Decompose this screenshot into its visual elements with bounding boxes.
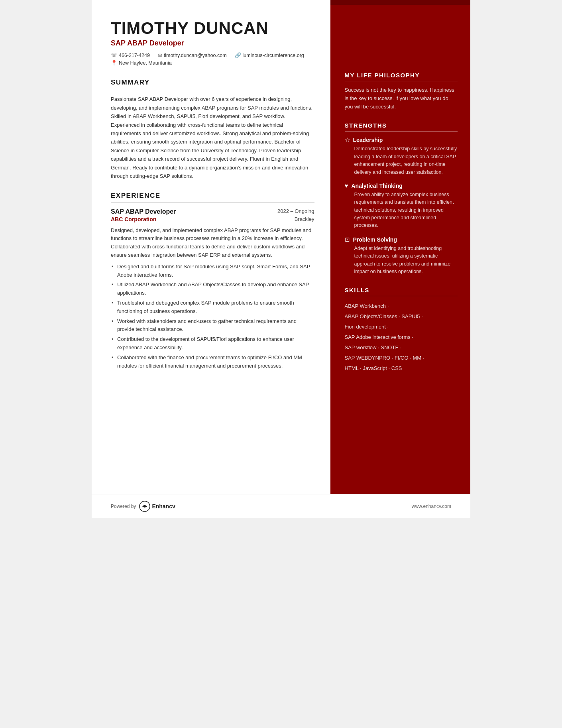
leadership-name: Leadership <box>353 137 383 143</box>
website-item: 🔗 luminous-circumference.org <box>235 52 304 58</box>
footer: Powered by Enhancv www.enhancv.com <box>92 494 470 518</box>
skill-line-2: ABAP Objects/Classes · SAPUI5 · <box>345 311 458 322</box>
email-item: ✉ timothy.duncan@yahoo.com <box>158 52 227 58</box>
enhancv-icon <box>139 501 150 512</box>
summary-text: Passionate SAP ABAP Developer with over … <box>111 95 314 180</box>
contact-info: ☏ 466-217-4249 ✉ timothy.duncan@yahoo.co… <box>111 52 314 66</box>
strengths-section: STRENGTHS ☆ Leadership Demonstrated lead… <box>345 122 458 275</box>
link-icon: 🔗 <box>235 52 241 58</box>
analytical-icon: ♥ <box>345 183 348 189</box>
skill-line-3: Fiori development · <box>345 322 458 332</box>
powered-by-text: Powered by <box>111 504 136 509</box>
philosophy-title: MY LIFE PHILOSOPHY <box>345 72 458 79</box>
email-icon: ✉ <box>158 52 162 58</box>
exp-header: SAP ABAP Developer 2022 – Ongoing <box>111 208 314 215</box>
bullet-5: Contributed to the development of SAPUI5… <box>111 335 314 352</box>
problem-icon: ⊡ <box>345 236 350 243</box>
bullet-3: Troubleshot and debugged complex SAP mod… <box>111 299 314 316</box>
location-text: New Haylee, Mauritania <box>119 60 172 66</box>
location-item: 📍 New Haylee, Mauritania <box>111 60 172 66</box>
exp-location: Brackley <box>295 216 314 222</box>
skills-title: SKILLS <box>345 287 458 293</box>
experience-item: SAP ABAP Developer 2022 – Ongoing ABC Co… <box>111 208 314 370</box>
experience-title: EXPERIENCE <box>111 192 314 200</box>
phone-icon: ☏ <box>111 52 117 58</box>
strength-analytical: ♥ Analytical Thinking Proven ability to … <box>345 183 458 230</box>
problem-name: Problem Solving <box>353 236 397 243</box>
strengths-divider <box>345 131 458 132</box>
bullet-6: Collaborated with the finance and procur… <box>111 354 314 370</box>
summary-section: SUMMARY Passionate SAP ABAP Developer wi… <box>111 79 314 180</box>
experience-divider <box>111 202 314 203</box>
strength-problem-solving: ⊡ Problem Solving Adept at identifying a… <box>345 236 458 276</box>
enhancv-logo-area: Enhancv <box>139 501 175 512</box>
exp-sub: ABC Corporation Brackley <box>111 216 314 222</box>
header-section: TIMOTHY DUNCAN SAP ABAP Developer ☏ 466-… <box>111 19 314 66</box>
philosophy-text: Success is not the key to happiness. Hap… <box>345 86 458 111</box>
skill-line-6: SAP WEBDYNPRO · FI/CO · MM · <box>345 353 458 363</box>
exp-description: Designed, developed, and implemented com… <box>111 226 314 260</box>
brand-name: Enhancv <box>152 503 175 510</box>
strength-analytical-header: ♥ Analytical Thinking <box>345 183 458 189</box>
skills-text: ABAP Workbench · ABAP Objects/Classes · … <box>345 301 458 374</box>
philosophy-divider <box>345 81 458 81</box>
analytical-name: Analytical Thinking <box>351 183 402 189</box>
strength-leadership: ☆ Leadership Demonstrated leadership ski… <box>345 136 458 176</box>
skills-section: SKILLS ABAP Workbench · ABAP Objects/Cla… <box>345 287 458 374</box>
experience-section: EXPERIENCE SAP ABAP Developer 2022 – Ong… <box>111 192 314 370</box>
summary-title: SUMMARY <box>111 79 314 87</box>
phone-item: ☏ 466-217-4249 <box>111 52 150 58</box>
email-address: timothy.duncan@yahoo.com <box>164 53 227 58</box>
leadership-icon: ☆ <box>345 136 350 144</box>
left-column: TIMOTHY DUNCAN SAP ABAP Developer ☏ 466-… <box>92 0 330 518</box>
footer-website: www.enhancv.com <box>412 504 451 509</box>
website-url: luminous-circumference.org <box>243 53 304 58</box>
exp-job-title: SAP ABAP Developer <box>111 208 176 215</box>
strength-leadership-header: ☆ Leadership <box>345 136 458 144</box>
right-column: MY LIFE PHILOSOPHY Success is not the ke… <box>330 0 471 518</box>
analytical-desc: Proven ability to analyze complex busine… <box>345 191 458 230</box>
footer-left: Powered by Enhancv <box>111 501 175 512</box>
resume-page: TIMOTHY DUNCAN SAP ABAP Developer ☏ 466-… <box>92 0 470 518</box>
exp-dates: 2022 – Ongoing <box>277 208 314 214</box>
bullet-2: Utilized ABAP Workbench and ABAP Objects… <box>111 281 314 297</box>
skill-line-4: SAP Adobe interactive forms · <box>345 332 458 342</box>
problem-desc: Adept at identifying and troubleshooting… <box>345 245 458 276</box>
location-icon: 📍 <box>111 60 117 66</box>
phone-number: 466-217-4249 <box>119 53 150 58</box>
skill-line-1: ABAP Workbench · <box>345 301 458 311</box>
bullet-1: Designed and built forms for SAP modules… <box>111 263 314 279</box>
exp-company: ABC Corporation <box>111 216 156 222</box>
philosophy-section: MY LIFE PHILOSOPHY Success is not the ke… <box>345 72 458 111</box>
candidate-name: TIMOTHY DUNCAN <box>111 19 314 37</box>
skill-line-7: HTML · JavaScript · CSS <box>345 363 458 374</box>
leadership-desc: Demonstrated leadership skills by succes… <box>345 145 458 176</box>
summary-divider <box>111 89 314 89</box>
candidate-title: SAP ABAP Developer <box>111 39 314 47</box>
skills-divider <box>345 296 458 296</box>
skill-line-5: SAP workflow · SNOTE · <box>345 342 458 353</box>
bullet-4: Worked with stakeholders and end-users t… <box>111 317 314 334</box>
exp-bullets-list: Designed and built forms for SAP modules… <box>111 263 314 370</box>
strength-problem-header: ⊡ Problem Solving <box>345 236 458 243</box>
strengths-title: STRENGTHS <box>345 122 458 129</box>
